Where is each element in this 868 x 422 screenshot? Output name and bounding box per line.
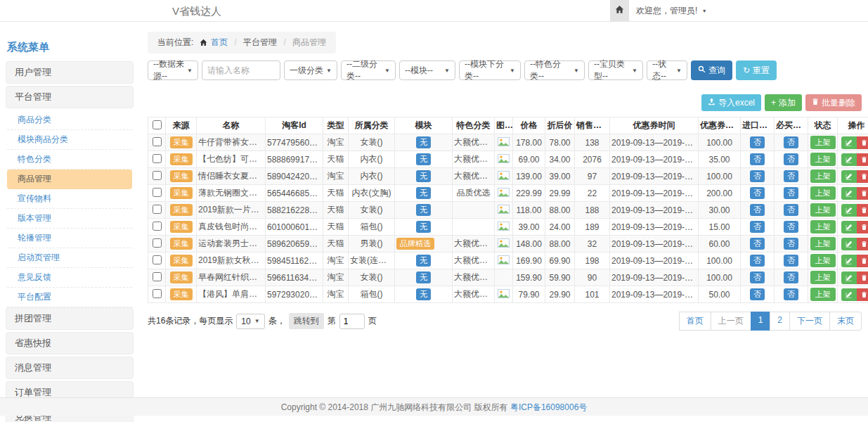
- delete-button[interactable]: [857, 288, 868, 301]
- status-button[interactable]: 上架: [810, 288, 836, 301]
- must-buy-toggle[interactable]: 否: [784, 271, 798, 283]
- sidebar-item[interactable]: 拼团管理: [6, 307, 134, 330]
- level1-category-select[interactable]: 一级分类 ▼: [284, 60, 337, 80]
- import-select-toggle[interactable]: 否: [750, 288, 765, 300]
- edit-button[interactable]: [841, 136, 857, 149]
- import-select-toggle[interactable]: 否: [750, 238, 765, 250]
- add-button[interactable]: + 添加: [765, 94, 802, 111]
- import-select-toggle[interactable]: 否: [750, 187, 765, 199]
- edit-button[interactable]: [841, 204, 857, 217]
- row-checkbox[interactable]: [153, 171, 162, 180]
- pager-item[interactable]: 末页: [829, 312, 862, 331]
- must-buy-toggle[interactable]: 否: [784, 204, 798, 216]
- status-button[interactable]: 上架: [810, 254, 836, 267]
- status-button[interactable]: 上架: [810, 203, 836, 217]
- sidebar-item[interactable]: 商品分类: [7, 110, 132, 130]
- item-type-select[interactable]: --宝贝类型-- ▼: [588, 60, 643, 80]
- import-excel-button[interactable]: 导入excel: [701, 94, 761, 111]
- import-select-toggle[interactable]: 否: [750, 136, 765, 148]
- data-source-select[interactable]: --数据来源-- ▼: [148, 60, 198, 80]
- pager-item[interactable]: 下一页: [789, 312, 830, 331]
- status-button[interactable]: 上架: [810, 153, 836, 166]
- delete-button[interactable]: [857, 255, 868, 267]
- level2-category-select[interactable]: --二级分类-- ▼: [341, 60, 396, 80]
- home-button[interactable]: [610, 0, 629, 21]
- delete-button[interactable]: [857, 238, 868, 250]
- module-subcategory-select[interactable]: --模块下分类-- ▼: [459, 60, 521, 80]
- status-button[interactable]: 上架: [810, 186, 836, 200]
- search-button[interactable]: 查询: [691, 60, 732, 80]
- row-checkbox[interactable]: [153, 154, 162, 163]
- must-buy-toggle[interactable]: 否: [784, 255, 798, 267]
- row-checkbox[interactable]: [153, 272, 162, 281]
- sidebar-item[interactable]: 用户管理: [6, 61, 134, 84]
- must-buy-toggle[interactable]: 否: [784, 153, 798, 165]
- breadcrumb-home-link[interactable]: 首页: [211, 37, 228, 47]
- name-search-input[interactable]: 请输入名称 ▼: [202, 60, 280, 80]
- status-button[interactable]: 上架: [810, 271, 836, 284]
- pager-item[interactable]: 2: [770, 312, 790, 331]
- must-buy-toggle[interactable]: 否: [784, 221, 798, 233]
- import-select-toggle[interactable]: 否: [750, 170, 765, 182]
- sidebar-item[interactable]: 消息管理: [6, 357, 134, 379]
- edit-button[interactable]: [841, 288, 857, 301]
- sidebar-item[interactable]: 宣传物料: [7, 189, 132, 209]
- jump-to-button[interactable]: 跳转到: [289, 313, 324, 329]
- sidebar-item[interactable]: 平台配置: [7, 288, 132, 307]
- sidebar-item[interactable]: 特色分类: [7, 150, 132, 170]
- batch-delete-button[interactable]: 批量删除: [805, 94, 862, 111]
- row-checkbox[interactable]: [153, 188, 162, 197]
- edit-button[interactable]: [841, 221, 857, 234]
- delete-button[interactable]: [857, 204, 868, 217]
- delete-button[interactable]: [857, 187, 868, 200]
- delete-button[interactable]: [857, 153, 868, 166]
- row-checkbox[interactable]: [153, 222, 162, 231]
- edit-button[interactable]: [841, 238, 857, 250]
- status-button[interactable]: 上架: [810, 170, 836, 183]
- import-select-toggle[interactable]: 否: [750, 271, 765, 283]
- reset-button[interactable]: ↻ 重置: [736, 60, 777, 80]
- delete-button[interactable]: [857, 271, 868, 284]
- import-select-toggle[interactable]: 否: [750, 255, 765, 267]
- sidebar-item[interactable]: 平台管理: [6, 86, 134, 108]
- delete-button[interactable]: [857, 170, 868, 183]
- per-page-select[interactable]: 10 ▼: [236, 314, 264, 329]
- sidebar-item[interactable]: 版本管理: [7, 209, 132, 229]
- status-button[interactable]: 上架: [810, 237, 836, 250]
- featured-category-select[interactable]: --特色分类-- ▼: [524, 60, 585, 80]
- icp-link[interactable]: 粤ICP备16098006号: [510, 402, 587, 412]
- import-select-toggle[interactable]: 否: [750, 204, 765, 216]
- status-select[interactable]: --状态-- ▼: [647, 60, 687, 80]
- delete-button[interactable]: [857, 221, 868, 234]
- status-button[interactable]: 上架: [810, 136, 836, 149]
- sidebar-item[interactable]: 启动页管理: [7, 248, 132, 268]
- must-buy-toggle[interactable]: 否: [784, 288, 798, 300]
- pager-item[interactable]: 上一页: [711, 312, 751, 331]
- module-select[interactable]: --模块-- ▼: [399, 60, 455, 80]
- must-buy-toggle[interactable]: 否: [784, 170, 798, 182]
- sidebar-item[interactable]: 商品管理: [7, 170, 132, 189]
- edit-button[interactable]: [841, 170, 857, 183]
- edit-button[interactable]: [841, 255, 857, 267]
- row-checkbox[interactable]: [153, 255, 162, 264]
- must-buy-toggle[interactable]: 否: [784, 187, 798, 199]
- row-checkbox[interactable]: [153, 137, 162, 146]
- status-button[interactable]: 上架: [810, 220, 836, 234]
- pager-item[interactable]: 首页: [679, 312, 711, 331]
- sidebar-item[interactable]: 轮播管理: [7, 229, 132, 248]
- delete-button[interactable]: [857, 136, 868, 149]
- edit-button[interactable]: [841, 187, 857, 200]
- page-number-input[interactable]: [339, 314, 365, 329]
- row-checkbox[interactable]: [153, 289, 162, 298]
- user-menu[interactable]: 欢迎您，管理员! ▼: [636, 0, 707, 22]
- edit-button[interactable]: [841, 271, 857, 284]
- import-select-toggle[interactable]: 否: [750, 221, 765, 233]
- import-select-toggle[interactable]: 否: [750, 153, 765, 165]
- must-buy-toggle[interactable]: 否: [784, 238, 798, 250]
- row-checkbox[interactable]: [153, 238, 162, 248]
- select-all-checkbox[interactable]: [153, 120, 162, 129]
- sidebar-item[interactable]: 意见反馈: [7, 268, 132, 288]
- pager-item[interactable]: 1: [751, 312, 771, 331]
- sidebar-item[interactable]: 省惠快报: [6, 332, 134, 354]
- edit-button[interactable]: [841, 153, 857, 166]
